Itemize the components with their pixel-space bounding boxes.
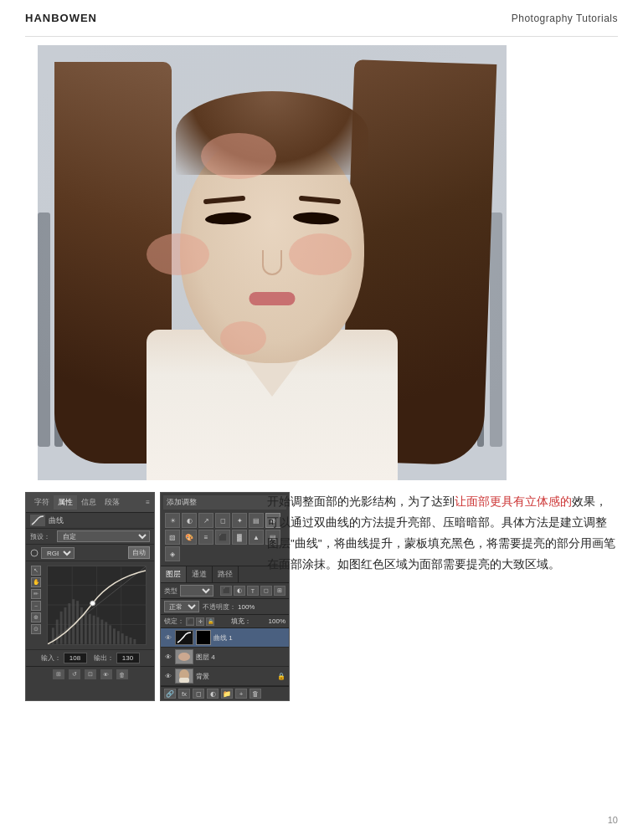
svg-point-38	[90, 601, 95, 606]
channel-select[interactable]: RGB	[41, 547, 75, 559]
lock-pixel-btn[interactable]: ⬛	[186, 617, 194, 626]
adj-vibrance-icon[interactable]: ✦	[232, 513, 247, 528]
tab-info[interactable]: 信息	[77, 495, 100, 510]
preset-label: 预设：	[30, 532, 54, 541]
lock-position-btn[interactable]: ✛	[196, 617, 204, 626]
filter-text-btn[interactable]: T	[247, 586, 259, 596]
auto-button[interactable]: 自动	[128, 546, 150, 559]
layer-eye-4[interactable]: 👁	[164, 653, 172, 661]
layer-row-background[interactable]: 👁 背景 🔒	[161, 667, 289, 686]
page-title: Photography Tutorials	[512, 13, 618, 24]
layer-name-curves1: 曲线 1	[213, 633, 285, 643]
adj-contrast-icon[interactable]: ◐	[182, 513, 197, 528]
preset-select[interactable]: 自定	[57, 530, 150, 542]
input-label: 输入：	[41, 653, 61, 663]
svg-point-41	[178, 653, 190, 661]
adj-hsl-icon[interactable]: ▤	[249, 513, 264, 528]
adj-selective-icon[interactable]: ◈	[165, 546, 180, 561]
curves-label: 曲线	[49, 515, 64, 526]
fill-label: 填充：	[231, 617, 251, 626]
curves-svg	[48, 566, 146, 644]
highlight-forehead	[201, 133, 276, 179]
smooth-tool[interactable]: ~	[31, 601, 41, 611]
delete-icon-btn[interactable]: 🗑	[116, 669, 128, 679]
layer-eye-curves1[interactable]: 👁	[164, 633, 172, 642]
svg-rect-26	[89, 614, 91, 644]
pointer-tool[interactable]: ↖	[31, 566, 41, 576]
tab-properties[interactable]: 属性	[54, 495, 77, 510]
output-value: 130	[116, 653, 140, 663]
output-field: 输出： 130	[94, 653, 140, 663]
new-adj-btn[interactable]: ◐	[207, 689, 219, 699]
filter-pixel-btn[interactable]: ⬛	[220, 586, 232, 596]
hand-tool[interactable]: ✋	[31, 577, 41, 587]
svg-rect-25	[85, 612, 87, 644]
adj-channel-icon[interactable]: ≡	[198, 530, 213, 545]
left-eyebrow	[203, 196, 245, 204]
new-layer-btn[interactable]: +	[235, 689, 247, 699]
highlight-right-cheek	[289, 233, 352, 275]
filter-adj-btn[interactable]: ◐	[234, 586, 245, 596]
curves-title-icon	[30, 515, 45, 526]
opacity-label: 不透明度：	[203, 602, 236, 612]
layers-bottom-row: 🔗 fx ◻ ◐ 📁 + 🗑	[161, 686, 289, 700]
white-point-tool[interactable]: ⊙	[31, 624, 41, 634]
add-mask-btn[interactable]: ◻	[193, 689, 204, 699]
adj-bw-icon[interactable]: ▧	[165, 530, 180, 545]
opacity-value: 100%	[238, 603, 255, 611]
text-part-highlight: 让面部更具有立体感的	[455, 495, 572, 508]
adj-photo-icon[interactable]: 🎨	[182, 530, 197, 545]
add-style-btn[interactable]: fx	[178, 689, 190, 699]
adj-threshold-icon[interactable]: ▲	[249, 530, 264, 545]
layer-eye-background[interactable]: 👁	[164, 672, 172, 680]
reset-icon-btn[interactable]: ↺	[69, 669, 80, 679]
blend-mode-select[interactable]: 正常	[164, 601, 199, 612]
filter-smart-btn[interactable]: ⊞	[274, 586, 285, 596]
type-select[interactable]	[180, 585, 213, 597]
panel-tabs: 字符 属性 信息 段落	[30, 495, 124, 510]
layer-thumb-curves1	[175, 630, 193, 645]
layer-thumb-4	[175, 649, 193, 664]
tab-paths[interactable]: 路径	[213, 566, 239, 582]
eye-icon-btn[interactable]: 👁	[100, 669, 112, 679]
layer-name-background: 背景	[196, 672, 275, 681]
panel-tab-bar: 字符 属性 信息 段落 ≡	[26, 493, 154, 513]
page: HANBOWEN Photography Tutorials	[0, 0, 643, 840]
curves-canvas[interactable]	[47, 566, 147, 645]
page-number: 10	[608, 815, 618, 825]
clip-icon-btn[interactable]: ⊡	[85, 669, 96, 679]
tab-character[interactable]: 字符	[30, 495, 54, 510]
layer-row-curves1[interactable]: 👁 曲线 1	[161, 628, 289, 648]
article-text-area: 开始调整面部的光影结构，为了达到让面部更具有立体感的效果，可以通过双曲线的方法提…	[263, 492, 618, 576]
adj-brightness-icon[interactable]: ☀	[165, 513, 180, 528]
layer-filter-icons: ⬛ ◐ T ◻ ⊞	[220, 586, 285, 596]
preset-row: 预设： 自定	[26, 529, 154, 545]
channel-icon-btn[interactable]: ⊞	[53, 669, 64, 679]
layer-mask-curves1	[196, 630, 211, 645]
adj-exposure-icon[interactable]: ◻	[215, 513, 230, 528]
pencil-tool[interactable]: ✏	[31, 589, 41, 599]
svg-rect-44	[179, 678, 189, 683]
adj-posterize-icon[interactable]: ▓	[232, 530, 247, 545]
tab-paragraph[interactable]: 段落	[100, 495, 124, 510]
tab-layers[interactable]: 图层	[161, 566, 187, 582]
delete-layer-btn[interactable]: 🗑	[249, 689, 261, 699]
filter-shape-btn[interactable]: ◻	[260, 586, 272, 596]
svg-rect-30	[105, 622, 107, 643]
adj-invert-icon[interactable]: ⬛	[215, 530, 230, 545]
layer-thumb-background	[175, 668, 193, 684]
panel-expand-icon[interactable]: ≡	[146, 499, 150, 506]
new-group-btn[interactable]: 📁	[221, 689, 233, 699]
layer-lock-background: 🔒	[277, 673, 285, 680]
adj-curves-icon[interactable]: ↗	[198, 513, 213, 528]
blend-opacity-row: 正常 不透明度： 100%	[161, 599, 289, 615]
eyedropper-tool[interactable]: ⊕	[31, 612, 41, 622]
channel-icon	[30, 549, 39, 557]
brand-name: HANBOWEN	[25, 12, 97, 24]
input-field: 输入： 108	[41, 653, 87, 663]
lock-all-btn[interactable]: 🔒	[206, 617, 214, 626]
link-layers-btn[interactable]: 🔗	[164, 689, 176, 699]
layer-row-4[interactable]: 👁 图层 4	[161, 648, 289, 667]
main-image	[38, 45, 507, 480]
tab-channels[interactable]: 通道	[187, 566, 213, 582]
